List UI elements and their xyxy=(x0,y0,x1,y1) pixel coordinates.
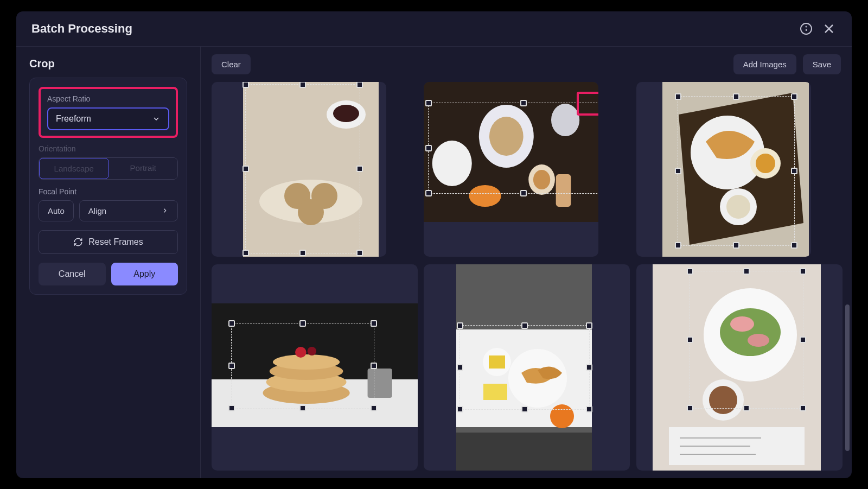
svg-point-25 xyxy=(756,154,775,173)
svg-point-16 xyxy=(551,104,579,136)
cancel-button[interactable]: Cancel xyxy=(39,263,106,285)
svg-rect-44 xyxy=(456,433,592,471)
svg-point-47 xyxy=(720,308,781,356)
reset-frames-button[interactable]: Reset Frames xyxy=(39,230,178,254)
focal-align-label: Align xyxy=(88,206,106,215)
scrollbar[interactable] xyxy=(845,304,850,451)
focal-point-group: Auto Align xyxy=(39,200,178,221)
svg-point-18 xyxy=(533,170,550,189)
image-card-6[interactable] xyxy=(636,264,843,471)
image-grid[interactable] xyxy=(201,82,852,478)
svg-point-48 xyxy=(730,316,754,332)
svg-point-35 xyxy=(308,347,316,355)
add-images-button[interactable]: Add Images xyxy=(733,54,796,74)
close-icon[interactable] xyxy=(821,21,837,36)
orientation-landscape[interactable]: Landscape xyxy=(39,158,109,179)
focal-auto-button[interactable]: Auto xyxy=(39,200,74,221)
svg-point-43 xyxy=(550,404,574,428)
orientation-group: Landscape Portrait xyxy=(39,157,178,180)
modal-title: Batch Processing xyxy=(31,22,132,36)
action-row: Cancel Apply xyxy=(39,263,178,285)
aspect-ratio-label: Aspect Ratio xyxy=(47,94,169,103)
svg-point-14 xyxy=(489,117,524,156)
focal-point-label: Focal Point xyxy=(39,187,178,196)
image-card-2[interactable] xyxy=(424,82,598,257)
sidebar-title: Crop xyxy=(29,58,187,70)
crop-panel: Aspect Ratio Freeform Orientation Landsc… xyxy=(29,78,187,295)
reset-frames-label: Reset Frames xyxy=(88,237,143,247)
chevron-down-icon xyxy=(152,115,161,123)
image-card-4[interactable] xyxy=(212,264,418,471)
batch-processing-modal: Batch Processing Crop Aspect Ratio Freef… xyxy=(16,11,852,478)
aspect-ratio-value: Freeform xyxy=(56,114,91,124)
svg-point-19 xyxy=(469,185,501,207)
crop-sidebar: Crop Aspect Ratio Freeform Orientation L… xyxy=(16,47,201,478)
apply-button[interactable]: Apply xyxy=(111,263,178,285)
refresh-icon xyxy=(73,237,83,247)
orientation-label: Orientation xyxy=(39,144,178,153)
main-area: Clear Add Images Save xyxy=(201,47,852,478)
svg-point-51 xyxy=(709,386,737,414)
orientation-portrait[interactable]: Portrait xyxy=(109,158,178,179)
svg-point-33 xyxy=(273,354,340,370)
aspect-ratio-highlight: Aspect Ratio Freeform xyxy=(39,87,178,138)
svg-point-49 xyxy=(748,334,769,347)
svg-point-2 xyxy=(806,26,807,27)
svg-rect-36 xyxy=(368,369,392,398)
chevron-right-icon xyxy=(161,207,169,214)
modal-header: Batch Processing xyxy=(16,11,852,47)
svg-point-27 xyxy=(726,195,750,219)
image-card-3[interactable] xyxy=(636,82,811,257)
svg-point-11 xyxy=(333,105,359,122)
main-toolbar: Clear Add Images Save xyxy=(201,47,852,82)
svg-point-34 xyxy=(295,347,307,358)
clear-button[interactable]: Clear xyxy=(212,54,251,74)
image-card-1[interactable] xyxy=(212,82,386,257)
aspect-ratio-select[interactable]: Freeform xyxy=(47,107,169,130)
header-actions xyxy=(799,21,837,36)
svg-rect-42 xyxy=(483,384,507,400)
svg-rect-41 xyxy=(489,355,505,369)
svg-point-15 xyxy=(432,141,472,186)
save-button[interactable]: Save xyxy=(803,54,841,74)
svg-rect-20 xyxy=(556,174,571,207)
svg-point-9 xyxy=(298,199,324,225)
focal-align-button[interactable]: Align xyxy=(79,200,178,221)
info-icon[interactable] xyxy=(799,21,814,36)
image-card-5[interactable] xyxy=(424,264,630,471)
